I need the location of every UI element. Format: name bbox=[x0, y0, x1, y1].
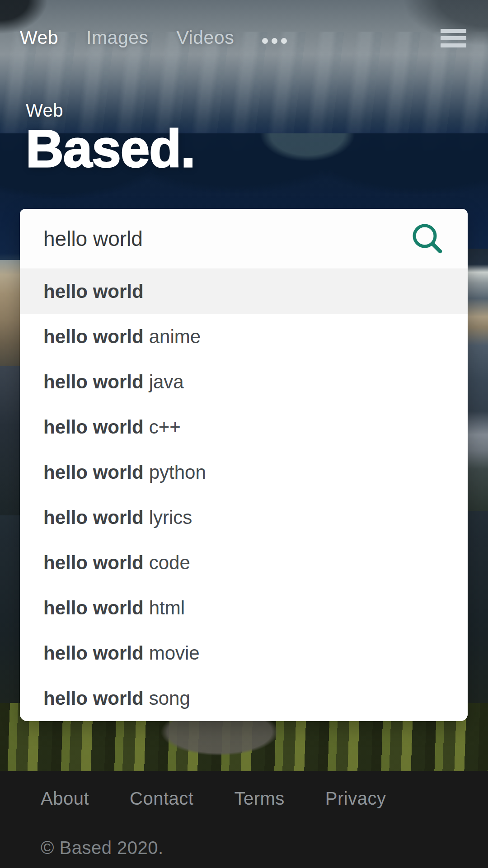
footer-links: About Contact Terms Privacy bbox=[41, 788, 488, 809]
hamburger-menu-icon[interactable] bbox=[441, 29, 466, 47]
nav-tab-web[interactable]: Web bbox=[20, 27, 58, 48]
suggestion-hello-world-song[interactable]: hello worldsong bbox=[20, 676, 468, 721]
nav-tab-videos[interactable]: Videos bbox=[177, 27, 235, 48]
hero-section: Web Based. bbox=[26, 100, 195, 177]
copyright-text: © Based 2020. bbox=[41, 838, 488, 858]
suggestion-hello-world-movie[interactable]: hello worldmovie bbox=[20, 631, 468, 676]
suggestion-hello-world-html[interactable]: hello worldhtml bbox=[20, 585, 468, 631]
suggestion-hello-world-python[interactable]: hello worldpython bbox=[20, 450, 468, 495]
suggestions-list: hello world hello worldanime hello world… bbox=[20, 269, 468, 721]
brand-logo: Based. bbox=[26, 121, 195, 177]
suggestion-hello-world-anime[interactable]: hello worldanime bbox=[20, 314, 468, 359]
suggestion-hello-world-cpp[interactable]: hello worldc++ bbox=[20, 405, 468, 450]
ellipsis-more-icon[interactable] bbox=[262, 38, 287, 44]
footer-link-contact[interactable]: Contact bbox=[130, 788, 193, 809]
top-navigation: Web Images Videos bbox=[0, 0, 488, 48]
page-footer: About Contact Terms Privacy © Based 2020… bbox=[0, 771, 488, 868]
search-panel: hello world hello worldanime hello world… bbox=[20, 209, 468, 721]
suggestion-hello-world-lyrics[interactable]: hello worldlyrics bbox=[20, 495, 468, 540]
active-section-label: Web bbox=[26, 100, 195, 121]
footer-link-privacy[interactable]: Privacy bbox=[325, 788, 386, 809]
magnifier-search-icon[interactable] bbox=[410, 221, 445, 256]
search-box bbox=[20, 209, 468, 269]
suggestion-hello-world[interactable]: hello world bbox=[20, 269, 468, 314]
footer-link-terms[interactable]: Terms bbox=[234, 788, 284, 809]
suggestion-hello-world-java[interactable]: hello worldjava bbox=[20, 359, 468, 405]
search-input[interactable] bbox=[20, 226, 468, 251]
based-search-page: Web Images Videos Web Based. hello world… bbox=[0, 0, 488, 868]
suggestion-hello-world-code[interactable]: hello worldcode bbox=[20, 540, 468, 585]
nav-tab-images[interactable]: Images bbox=[86, 27, 148, 48]
footer-link-about[interactable]: About bbox=[41, 788, 89, 809]
